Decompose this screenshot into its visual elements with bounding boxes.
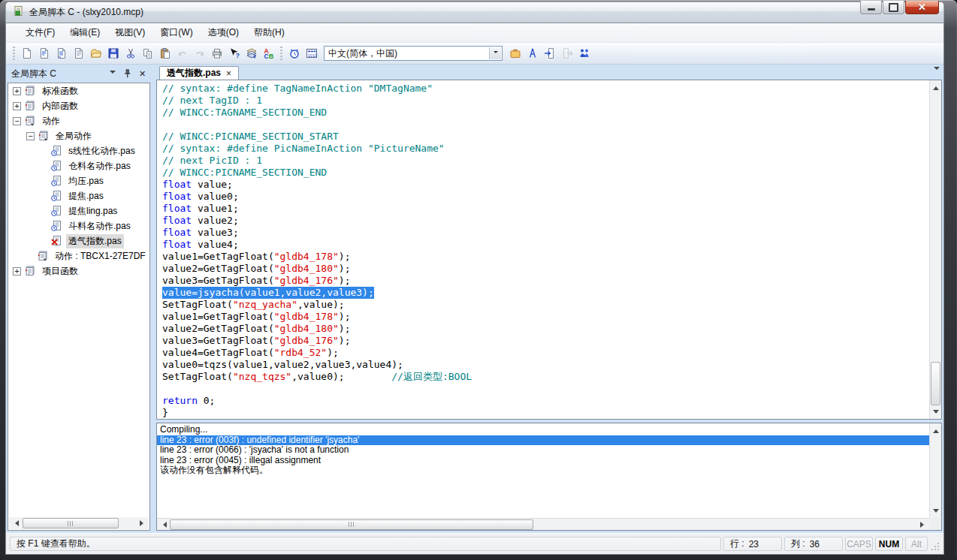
print-icon[interactable] <box>208 45 225 62</box>
open-folder-icon[interactable] <box>87 45 104 62</box>
tree-item-6[interactable]: 仓料名动作.pas <box>8 158 149 173</box>
minimize-button[interactable] <box>860 1 882 14</box>
tree-item-1[interactable]: +标准函数 <box>8 83 149 98</box>
expand-icon[interactable]: + <box>13 87 21 95</box>
export-icon[interactable] <box>558 45 575 62</box>
scroll-thumb[interactable] <box>931 362 940 405</box>
cut-icon[interactable] <box>122 45 139 62</box>
menu-item-5[interactable]: 帮助(H) <box>246 24 292 41</box>
output-line-3[interactable]: line 23 : error (0045) : illegal assignm… <box>157 456 929 466</box>
tab-document[interactable]: 透气指数.pas × <box>159 66 239 80</box>
menu-item-2[interactable]: 视图(V) <box>107 24 152 41</box>
code-line-8[interactable]: float value; <box>162 179 929 191</box>
code-line-9[interactable]: float value0; <box>162 191 929 203</box>
tree-item-7[interactable]: 均压.pas <box>8 173 149 188</box>
panel-menu-button[interactable] <box>107 68 118 80</box>
menu-item-3[interactable]: 窗口(W) <box>152 24 200 41</box>
titlebar[interactable]: 全局脚本 C - (slxy2010.mcp) <box>5 2 944 23</box>
compass-icon[interactable] <box>524 45 541 62</box>
document-icon[interactable] <box>70 45 87 62</box>
tree-item-9[interactable]: 提焦ling.pas <box>8 203 149 218</box>
tree-item-0[interactable]: +项目函数 <box>8 263 149 278</box>
menu-item-1[interactable]: 编辑(E) <box>62 24 107 41</box>
tree-item-10[interactable]: 斗料名动作.pas <box>8 218 149 233</box>
scroll-right-button[interactable] <box>917 519 929 531</box>
combobox-dropdown-button[interactable] <box>489 47 501 59</box>
restore-button[interactable] <box>883 1 904 14</box>
panel-close-button[interactable]: ✕ <box>137 68 148 80</box>
code-line-21[interactable]: value3=GetTagFloat("gldb4_176"); <box>162 335 929 347</box>
close-button[interactable]: ✕ <box>905 1 939 14</box>
copy-icon[interactable] <box>139 45 156 62</box>
help-icon[interactable]: ? <box>225 45 243 62</box>
tree-item-12[interactable]: 动作 : TBCX1-27E7DF <box>8 248 149 263</box>
code-line-3[interactable] <box>162 119 929 131</box>
code-line-20[interactable]: value2=GetTagFloat("gldb4_180"); <box>162 323 929 335</box>
menu-item-4[interactable]: 选项(O) <box>201 24 246 41</box>
code-line-0[interactable]: // syntax: #define TagNameInAction "DMTa… <box>162 83 929 95</box>
output-hscrollbar[interactable] <box>157 518 929 530</box>
scroll-down-button[interactable] <box>930 506 942 518</box>
tab-close-icon[interactable]: × <box>226 70 231 77</box>
output-line-4[interactable]: 该动作没有包含解释代码。 <box>157 465 929 476</box>
tree-item-2[interactable]: +内部函数 <box>8 98 149 113</box>
code-line-6[interactable]: // next PicID : 1 <box>162 155 929 167</box>
code-line-15[interactable]: value2=GetTagFloat("gldb4_180"); <box>162 263 929 275</box>
scroll-left-button[interactable] <box>9 517 21 529</box>
code-line-24[interactable]: SetTagFloat("nzq_tqzs",value0); //返回类型:B… <box>162 371 929 383</box>
collapse-icon[interactable]: − <box>13 117 21 125</box>
scroll-up-button[interactable] <box>930 423 942 435</box>
runtime-clock-icon[interactable] <box>285 45 303 62</box>
pin-button[interactable] <box>122 68 133 80</box>
editor-vscrollbar[interactable] <box>929 80 941 419</box>
save-icon[interactable] <box>104 45 122 62</box>
collapse-icon[interactable]: − <box>26 132 35 140</box>
expand-icon[interactable]: + <box>13 267 21 275</box>
output-line-2[interactable]: line 23 : error (0066) : 'jsyacha' is no… <box>157 445 929 456</box>
code-line-1[interactable]: // next TagID : 1 <box>162 95 929 107</box>
code-line-25[interactable] <box>162 383 929 395</box>
scroll-up-button[interactable] <box>930 80 942 92</box>
expand-icon[interactable]: + <box>13 102 21 110</box>
resize-grip[interactable] <box>930 537 940 551</box>
session-icon[interactable] <box>575 45 593 62</box>
code-editor[interactable]: // syntax: #define TagNameInAction "DMTa… <box>156 80 942 420</box>
code-line-10[interactable]: float value1; <box>162 203 929 215</box>
code-line-27[interactable]: } <box>162 407 929 419</box>
compile-icon[interactable] <box>243 45 260 62</box>
code-line-4[interactable]: // WINCC:PICNAME_SECTION_START <box>162 131 929 143</box>
output-vscrollbar[interactable] <box>929 423 941 518</box>
code-line-2[interactable]: // WINCC:TAGNAME_SECTION_END <box>162 107 929 119</box>
scroll-thumb[interactable] <box>23 518 119 528</box>
paste-icon[interactable] <box>156 45 174 62</box>
tag-values-icon[interactable]: +++1010 <box>303 45 320 62</box>
code-line-13[interactable]: float value4; <box>162 239 929 251</box>
output-line-selected[interactable]: line 23 : error (003f) : undefined ident… <box>157 435 929 446</box>
charset-icon[interactable]: ACB <box>260 45 277 62</box>
code-line-11[interactable]: float value2; <box>162 215 929 227</box>
project-folder-icon[interactable] <box>506 45 524 62</box>
code-line-26[interactable]: return 0; <box>162 395 929 407</box>
redo-icon[interactable] <box>191 45 208 62</box>
scroll-down-button[interactable] <box>930 407 942 419</box>
open-action-icon[interactable] <box>35 45 53 62</box>
import-icon[interactable] <box>541 45 558 62</box>
code-line-23[interactable]: value0=tqzs(value1,value2,value3,value4)… <box>162 359 929 371</box>
tree-item-4[interactable]: −全局动作 <box>8 128 149 143</box>
scroll-left-button[interactable] <box>157 519 169 531</box>
output-line-0[interactable]: Compiling... <box>157 425 929 435</box>
undo-icon[interactable] <box>174 45 191 62</box>
sidebar-hscrollbar[interactable] <box>9 517 149 529</box>
code-line-7[interactable]: // WINCC:PICNAME_SECTION_END <box>162 167 929 179</box>
code-line-18[interactable]: SetTagFloat("nzq_yacha",value); <box>162 299 929 311</box>
new-file-icon[interactable] <box>18 45 35 62</box>
tree-item-3[interactable]: −动作 <box>8 113 149 128</box>
code-pane[interactable]: // syntax: #define TagNameInAction "DMTa… <box>157 80 929 419</box>
code-line-17[interactable]: value=jsyacha(value1,value2,value3); <box>162 287 929 299</box>
scroll-thumb[interactable] <box>170 519 533 530</box>
code-line-22[interactable]: value4=GetTagFloat("rdb4_52"); <box>162 347 929 359</box>
language-combobox[interactable]: 中文(简体，中国) <box>324 46 503 61</box>
code-line-19[interactable]: value1=GetTagFloat("gldb4_178"); <box>162 311 929 323</box>
code-line-14[interactable]: value1=GetTagFloat("gldb4_178"); <box>162 251 929 263</box>
tree-item-8[interactable]: 提焦.pas <box>8 188 149 203</box>
